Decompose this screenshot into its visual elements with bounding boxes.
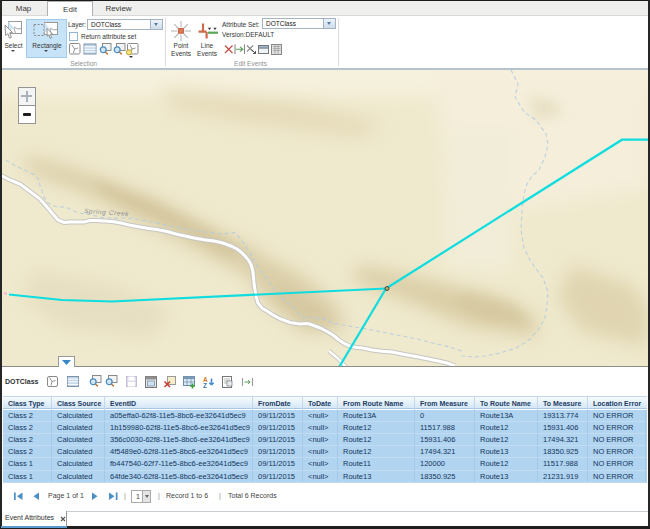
svg-text:Z: Z — [203, 382, 207, 389]
